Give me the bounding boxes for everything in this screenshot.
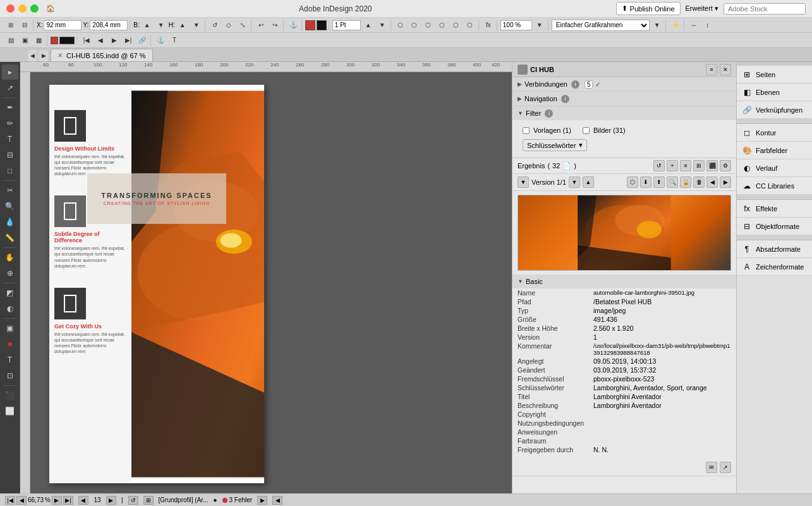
nav-start[interactable]: |◀ bbox=[80, 35, 93, 46]
view-normal[interactable]: ⬛ bbox=[2, 388, 18, 403]
color-box-black[interactable] bbox=[317, 20, 327, 30]
canvas-area[interactable]: 60 80 100 120 140 160 180 200 220 240 26… bbox=[20, 62, 512, 493]
ergebnis-large-btn[interactable]: ⬛ bbox=[706, 160, 718, 171]
tab-close[interactable]: ✕ bbox=[58, 52, 63, 59]
version-open-btn[interactable]: ⬡ bbox=[627, 176, 638, 188]
align-right[interactable]: ⬡ bbox=[422, 20, 435, 31]
stroke-up[interactable]: ▲ bbox=[362, 20, 375, 31]
b-down[interactable]: ▼ bbox=[155, 20, 167, 31]
pen-tool[interactable]: ✒ bbox=[2, 100, 18, 115]
layout-btn1[interactable]: ▤ bbox=[4, 35, 17, 46]
scale-btn[interactable]: ⤡ bbox=[236, 20, 249, 31]
zoom-down[interactable]: ▼ bbox=[533, 20, 546, 31]
maximize-button[interactable] bbox=[30, 4, 39, 13]
mode-btn4[interactable]: ⊡ bbox=[2, 368, 18, 383]
zoom-input[interactable] bbox=[500, 20, 532, 30]
zoom2-tool[interactable]: ⊕ bbox=[2, 266, 18, 281]
text-flow-btn[interactable]: T bbox=[168, 35, 181, 46]
ergebnis-grid-btn[interactable]: ⊞ bbox=[693, 160, 705, 171]
home-icon[interactable]: 🏠 bbox=[46, 4, 55, 13]
nav-prev[interactable]: ◀ bbox=[94, 35, 107, 46]
mode-btn1[interactable]: ▣ bbox=[2, 321, 18, 336]
ergebnis-settings-btn[interactable]: ⚙ bbox=[720, 160, 731, 171]
keyword-button[interactable]: Schlüsselwörter ▾ bbox=[523, 139, 587, 151]
tab-right-btn[interactable]: ▶ bbox=[39, 50, 48, 61]
canvas-content[interactable]: Design Without Limits Ihit volonesequam … bbox=[30, 72, 512, 493]
eyedropper-tool[interactable]: 💧 bbox=[2, 214, 18, 230]
mirror-v[interactable]: ↕ bbox=[701, 20, 714, 31]
zoom-tool[interactable]: 🔍 bbox=[2, 199, 18, 214]
side-panel-farbfelder[interactable]: 🎨 Farbfelder bbox=[737, 142, 812, 159]
layout-btn3[interactable]: ▦ bbox=[32, 35, 45, 46]
gradient-tool[interactable]: ◐ bbox=[2, 301, 18, 316]
side-panel-absatzformate[interactable]: ¶ Absatzformate bbox=[737, 240, 812, 258]
erweitert-button[interactable]: Erweitert ▾ bbox=[686, 4, 718, 13]
status-collapse-btn[interactable]: ◀ bbox=[272, 496, 282, 505]
version-prev-btn[interactable]: ◀ bbox=[706, 176, 718, 188]
align-top[interactable]: ⬡ bbox=[436, 20, 449, 31]
shape-tool[interactable]: □ bbox=[2, 163, 18, 178]
page-next-btn[interactable]: ▶ bbox=[106, 496, 116, 505]
version-zoom-btn[interactable]: 🔍 bbox=[667, 176, 678, 188]
version-up-btn[interactable]: ▲ bbox=[583, 176, 594, 188]
status-expand-btn[interactable]: ▶ bbox=[257, 496, 267, 505]
nav-link[interactable]: 🔗 bbox=[136, 35, 148, 46]
arrange-btn[interactable]: ⊞ bbox=[4, 20, 17, 31]
version-lock-btn[interactable]: 🔒 bbox=[680, 176, 691, 188]
stroke-color[interactable] bbox=[59, 37, 75, 44]
stroke-input[interactable] bbox=[332, 20, 361, 30]
fx-btn[interactable]: fx bbox=[482, 20, 495, 31]
status-refresh-btn[interactable]: ↺ bbox=[128, 496, 138, 505]
b-up[interactable]: ▲ bbox=[141, 20, 154, 31]
mode-btn3[interactable]: T bbox=[2, 352, 18, 367]
measure-tool[interactable]: 📏 bbox=[2, 230, 18, 245]
rotate-btn[interactable]: ↺ bbox=[209, 20, 221, 31]
side-panel-seiten[interactable]: ⊞ Seiten bbox=[737, 66, 812, 83]
scissors-tool[interactable]: ✂ bbox=[2, 183, 18, 198]
side-panel-verknuepfungen[interactable]: 🔗 Verknüpfungen bbox=[737, 101, 812, 119]
status-nav-prev[interactable]: ◀ bbox=[16, 496, 27, 505]
side-panel-zeichenformate[interactable]: A Zeichenformate bbox=[737, 258, 812, 276]
status-view-btn[interactable]: ⊞ bbox=[143, 496, 154, 505]
mode-btn2[interactable]: ■ bbox=[2, 336, 18, 352]
align-center[interactable]: ⬡ bbox=[408, 20, 421, 31]
document-page[interactable]: Design Without Limits Ihit volonesequam … bbox=[49, 85, 264, 483]
select-tool[interactable]: ▸ bbox=[2, 65, 18, 80]
color-box-red[interactable] bbox=[305, 20, 315, 30]
anchor-btn[interactable]: ⚓ bbox=[287, 20, 300, 31]
version-upload-btn[interactable]: ⬆ bbox=[653, 176, 665, 188]
close-button[interactable] bbox=[6, 4, 15, 13]
status-nav-next[interactable]: ▶ bbox=[52, 496, 62, 505]
ergebnis-list-btn[interactable]: ≡ bbox=[680, 160, 691, 171]
h-up[interactable]: ▲ bbox=[176, 20, 189, 31]
redo-btn[interactable]: ↪ bbox=[269, 20, 281, 31]
side-panel-effekte[interactable]: fx Effekte bbox=[737, 200, 812, 218]
direct-select-tool[interactable]: ↗ bbox=[2, 80, 18, 96]
align-bot[interactable]: ⬡ bbox=[464, 20, 476, 31]
minimize-button[interactable] bbox=[18, 4, 27, 13]
undo-btn[interactable]: ↩ bbox=[255, 20, 267, 31]
side-panel-objektformate[interactable]: ⊟ Objektformate bbox=[737, 218, 812, 235]
hand-tool[interactable]: ✋ bbox=[2, 250, 18, 265]
h-down[interactable]: ▼ bbox=[190, 20, 203, 31]
pencil-tool[interactable]: ✏ bbox=[2, 116, 18, 131]
version-delete-btn[interactable]: 🗑 bbox=[693, 176, 705, 188]
vorlagen-checkbox[interactable] bbox=[523, 127, 530, 134]
stroke-down[interactable]: ▼ bbox=[376, 20, 389, 31]
version-download-btn[interactable]: ⬇ bbox=[640, 176, 651, 188]
panel-menu-btn[interactable]: ≡ bbox=[706, 64, 717, 75]
y-input[interactable] bbox=[90, 20, 128, 30]
side-panel-ebenen[interactable]: ◧ Ebenen bbox=[737, 83, 812, 101]
side-panel-kontur[interactable]: ◻ Kontur bbox=[737, 124, 812, 142]
nav-end[interactable]: ▶| bbox=[122, 35, 135, 46]
version-collapse-btn[interactable]: ▼ bbox=[518, 176, 529, 188]
frame-dropdown[interactable]: Einfacher Grafikrahmen bbox=[552, 20, 650, 31]
version-next-btn[interactable]: ▶ bbox=[720, 176, 731, 188]
frame-down[interactable]: ▼ bbox=[651, 20, 664, 31]
publish-online-button[interactable]: ⬆ Publish Online bbox=[616, 2, 681, 15]
frame-tool[interactable]: ⊟ bbox=[2, 147, 18, 163]
anchor-flow-btn[interactable]: ⚓ bbox=[154, 35, 167, 46]
navigation-header[interactable]: ▶ Navigation i bbox=[512, 92, 736, 106]
fill-tool[interactable]: ◩ bbox=[2, 285, 18, 300]
side-panel-verlauf[interactable]: ◐ Verlauf bbox=[737, 159, 812, 177]
